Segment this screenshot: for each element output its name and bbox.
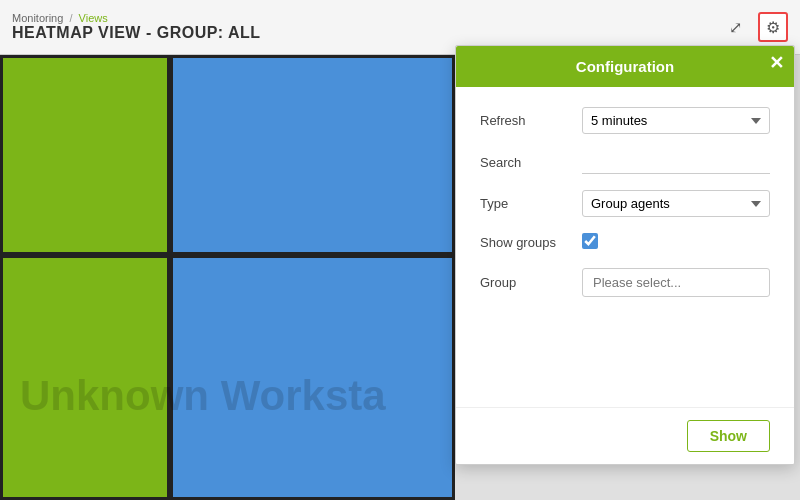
gear-icon: ⚙ bbox=[766, 18, 780, 37]
breadcrumb-child: Views bbox=[79, 12, 108, 24]
modal-footer: Show bbox=[456, 407, 794, 464]
modal-body: Refresh 1 minute 5 minutes 10 minutes 30… bbox=[456, 87, 794, 407]
expand-button[interactable]: ⤢ bbox=[720, 12, 750, 42]
breadcrumb: Monitoring / Views bbox=[12, 12, 788, 24]
modal-close-button[interactable]: ✕ bbox=[769, 54, 784, 72]
search-label: Search bbox=[480, 155, 570, 170]
refresh-select[interactable]: 1 minute 5 minutes 10 minutes 30 minutes bbox=[582, 107, 770, 134]
search-row: Search bbox=[480, 150, 770, 174]
modal-title: Configuration bbox=[576, 58, 674, 75]
modal-header: Configuration ✕ bbox=[456, 46, 794, 87]
show-button[interactable]: Show bbox=[687, 420, 770, 452]
heatmap-area: Unknown Worksta bbox=[0, 55, 455, 500]
settings-button[interactable]: ⚙ bbox=[758, 12, 788, 42]
breadcrumb-parent: Monitoring bbox=[12, 12, 63, 24]
refresh-label: Refresh bbox=[480, 113, 570, 128]
type-label: Type bbox=[480, 196, 570, 211]
refresh-control: 1 minute 5 minutes 10 minutes 30 minutes bbox=[582, 107, 770, 134]
show-groups-label: Show groups bbox=[480, 235, 570, 250]
search-control bbox=[582, 150, 770, 174]
group-control bbox=[582, 268, 770, 297]
show-groups-checkbox[interactable] bbox=[582, 233, 598, 249]
expand-icon: ⤢ bbox=[729, 18, 742, 37]
refresh-row: Refresh 1 minute 5 minutes 10 minutes 30… bbox=[480, 107, 770, 134]
configuration-modal: Configuration ✕ Refresh 1 minute 5 minut… bbox=[455, 45, 795, 465]
top-icons: ⤢ ⚙ bbox=[720, 12, 788, 42]
breadcrumb-separator: / bbox=[69, 12, 72, 24]
type-row: Type Group agents All agents Specific ag… bbox=[480, 190, 770, 217]
heatmap-label: Unknown Worksta bbox=[20, 372, 386, 420]
show-groups-row: Show groups bbox=[480, 233, 770, 252]
group-row: Group bbox=[480, 268, 770, 297]
heatmap-cell-blue-1 bbox=[170, 55, 455, 255]
group-input[interactable] bbox=[582, 268, 770, 297]
type-control: Group agents All agents Specific agents bbox=[582, 190, 770, 217]
group-label: Group bbox=[480, 275, 570, 290]
heatmap-cell-green-1 bbox=[0, 55, 170, 255]
search-input[interactable] bbox=[582, 150, 770, 174]
type-select[interactable]: Group agents All agents Specific agents bbox=[582, 190, 770, 217]
show-groups-control bbox=[582, 233, 770, 252]
page-title: HEATMAP VIEW - GROUP: ALL bbox=[12, 24, 788, 42]
